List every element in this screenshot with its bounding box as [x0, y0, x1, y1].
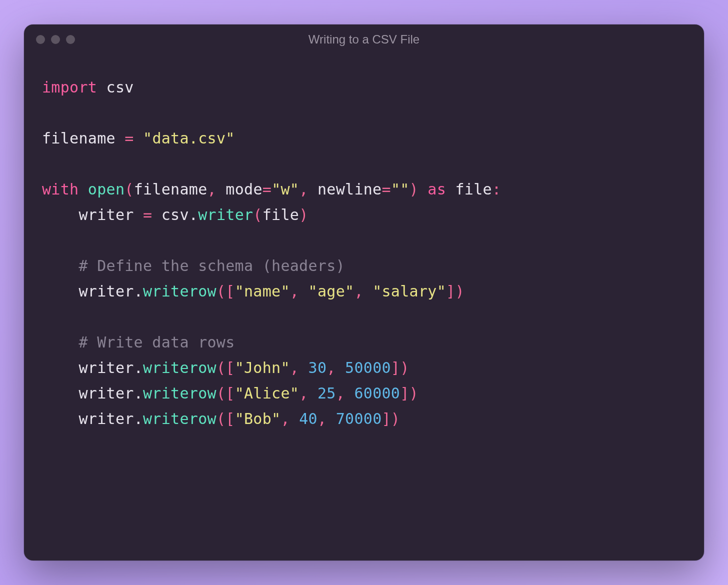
- code-token: ([: [216, 384, 235, 402]
- code-token: # Write data rows: [42, 334, 235, 351]
- code-token: writer: [198, 206, 253, 224]
- code-token: ,: [290, 282, 299, 300]
- code-token: 30: [308, 359, 327, 376]
- code-line: [42, 304, 686, 330]
- code-token: =: [124, 130, 134, 147]
- code-token: 40: [299, 410, 318, 428]
- code-line: # Write data rows: [42, 330, 686, 355]
- code-token: mode: [216, 180, 262, 198]
- code-line: filename = "data.csv": [42, 126, 686, 151]
- code-token: file: [262, 206, 299, 224]
- code-line: [42, 100, 686, 126]
- maximize-icon[interactable]: [66, 35, 75, 44]
- traffic-lights: [36, 35, 75, 44]
- code-token: with: [42, 180, 78, 198]
- code-token: (: [124, 180, 134, 198]
- code-token: "name": [235, 282, 290, 300]
- code-token: .: [134, 282, 143, 300]
- code-token: writerow: [143, 282, 216, 300]
- code-line: writer.writerow(["Bob", 40, 70000]): [42, 406, 686, 432]
- code-token: [290, 410, 299, 428]
- code-line: [42, 228, 686, 253]
- code-token: filename: [42, 130, 124, 147]
- code-token: [97, 78, 106, 96]
- code-line: with open(filename, mode="w", newline=""…: [42, 176, 686, 202]
- code-token: 50000: [345, 359, 391, 376]
- code-token: (: [253, 206, 262, 224]
- code-token: open: [88, 180, 124, 198]
- code-token: [299, 359, 308, 376]
- code-token: ]): [382, 410, 400, 428]
- code-token: ]): [391, 359, 410, 376]
- close-icon[interactable]: [36, 35, 45, 44]
- code-token: csv: [152, 206, 188, 224]
- code-editor-window: Writing to a CSV File import csv filenam…: [24, 24, 704, 560]
- code-token: writerow: [143, 410, 216, 428]
- code-token: [345, 384, 354, 402]
- code-line: import csv: [42, 74, 686, 100]
- code-token: as: [428, 180, 446, 198]
- code-token: ,: [299, 384, 308, 402]
- code-line: writer.writerow(["Alice", 25, 60000]): [42, 380, 686, 406]
- code-token: ): [410, 180, 418, 198]
- code-token: :: [492, 180, 501, 198]
- code-token: ,: [290, 359, 299, 376]
- code-line: [42, 151, 686, 176]
- code-token: ,: [318, 410, 326, 428]
- code-token: ,: [354, 282, 363, 300]
- code-token: [299, 282, 308, 300]
- code-token: "age": [308, 282, 354, 300]
- code-token: "w": [272, 180, 299, 198]
- code-token: writer: [42, 410, 134, 428]
- code-token: ]): [400, 384, 418, 402]
- code-token: file: [446, 180, 492, 198]
- code-area[interactable]: import csv filename = "data.csv" with op…: [24, 54, 704, 560]
- code-token: [134, 130, 143, 147]
- code-token: 70000: [336, 410, 382, 428]
- code-token: ,: [299, 180, 308, 198]
- code-token: import: [42, 78, 97, 96]
- minimize-icon[interactable]: [51, 35, 60, 44]
- code-token: "salary": [372, 282, 446, 300]
- code-token: [326, 410, 336, 428]
- code-token: ]): [446, 282, 464, 300]
- code-token: ): [299, 206, 308, 224]
- code-line: writer = csv.writer(file): [42, 202, 686, 228]
- code-token: [78, 180, 88, 198]
- code-token: ,: [208, 180, 216, 198]
- code-line: # Define the schema (headers): [42, 253, 686, 278]
- code-token: 25: [318, 384, 336, 402]
- code-token: ([: [216, 282, 235, 300]
- code-token: writer: [42, 359, 134, 376]
- code-token: =: [143, 206, 152, 224]
- code-token: ,: [326, 359, 336, 376]
- titlebar: Writing to a CSV File: [24, 24, 704, 54]
- window-title: Writing to a CSV File: [308, 32, 420, 46]
- code-token: [308, 384, 318, 402]
- code-token: ,: [280, 410, 290, 428]
- code-token: ([: [216, 410, 235, 428]
- code-token: "Alice": [235, 384, 300, 402]
- code-token: 60000: [354, 384, 400, 402]
- code-token: filename: [134, 180, 208, 198]
- code-token: writer: [42, 384, 134, 402]
- code-token: .: [134, 384, 143, 402]
- code-token: # Define the schema (headers): [42, 257, 345, 274]
- code-token: =: [262, 180, 272, 198]
- code-token: "John": [235, 359, 290, 376]
- code-token: newline: [308, 180, 382, 198]
- code-token: [364, 282, 372, 300]
- code-token: csv: [106, 78, 134, 96]
- code-token: writer: [42, 282, 134, 300]
- code-token: writerow: [143, 384, 216, 402]
- code-token: .: [134, 410, 143, 428]
- code-token: [336, 359, 345, 376]
- code-token: writer: [42, 206, 143, 224]
- code-token: "Bob": [235, 410, 281, 428]
- code-token: ([: [216, 359, 235, 376]
- code-line: writer.writerow(["name", "age", "salary"…: [42, 278, 686, 304]
- code-token: [418, 180, 428, 198]
- code-token: writerow: [143, 359, 216, 376]
- code-token: .: [189, 206, 198, 224]
- code-line: writer.writerow(["John", 30, 50000]): [42, 355, 686, 380]
